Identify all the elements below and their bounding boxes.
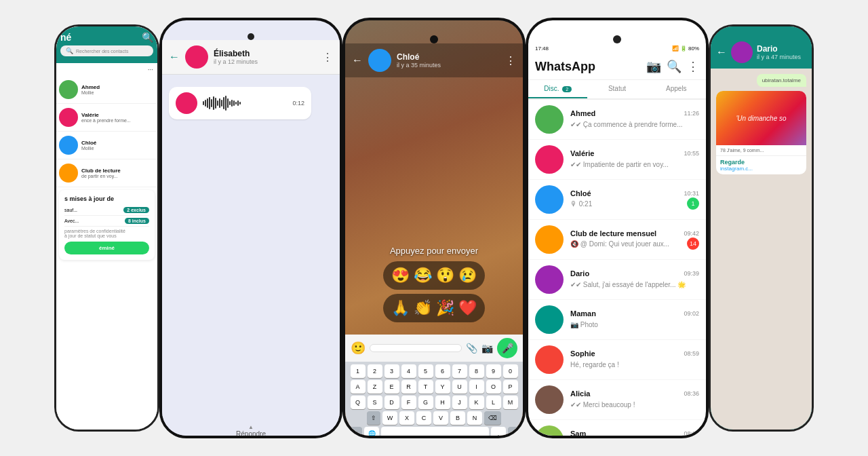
key-x[interactable]: X xyxy=(399,411,414,425)
backspace-key[interactable]: ⌫ xyxy=(484,411,501,425)
ig-caption: 'Un dimanche so xyxy=(733,112,789,125)
key-l[interactable]: L xyxy=(486,396,501,409)
emoji-joy[interactable]: 😂 xyxy=(414,267,432,284)
key-n[interactable]: N xyxy=(467,411,482,425)
key-i[interactable]: I xyxy=(469,380,484,394)
key-q[interactable]: Q xyxy=(351,396,366,409)
key-r[interactable]: R xyxy=(401,380,416,394)
key-a[interactable]: A xyxy=(351,380,366,394)
key-e[interactable]: E xyxy=(384,380,399,394)
key-5[interactable]: 5 xyxy=(418,364,433,378)
instagram-card[interactable]: 'Un dimanche so 78 J'aime, 9 comm... Reg… xyxy=(716,91,806,174)
search-icon[interactable]: 🔍 xyxy=(667,59,682,74)
arrow-up-icon: ▲ xyxy=(166,424,336,430)
space-key[interactable] xyxy=(381,427,489,438)
comma-key[interactable]: , xyxy=(491,427,506,438)
key-0[interactable]: 0 xyxy=(503,364,518,378)
enter-key[interactable]: ↵ xyxy=(508,427,521,438)
back-button[interactable]: ← xyxy=(169,51,180,63)
emoji-clap[interactable]: 👏 xyxy=(414,299,432,317)
emoji-heart[interactable]: ❤️ xyxy=(458,299,477,317)
list-item[interactable]: Club de lecture de partir en voy... xyxy=(56,159,157,187)
emoji-pray[interactable]: 🙏 xyxy=(391,299,410,317)
camera-icon[interactable]: 📷 xyxy=(646,59,661,74)
key-2[interactable]: 2 xyxy=(368,364,382,378)
key-s[interactable]: S xyxy=(368,396,382,409)
mic-button[interactable]: 🎤 xyxy=(497,338,517,358)
repondre-label[interactable]: Répondre xyxy=(236,430,266,438)
globe-key[interactable]: 🌐 xyxy=(364,427,379,438)
key-g[interactable]: G xyxy=(418,396,433,409)
key-4[interactable]: 4 xyxy=(401,364,416,378)
conversation-item[interactable]: Ahmed 11:26 ✔✔ Ça commence à prendre for… xyxy=(528,100,706,140)
key-v[interactable]: V xyxy=(433,411,448,425)
num-row: 1 2 3 4 5 6 7 8 9 0 xyxy=(347,364,521,378)
key-u[interactable]: U xyxy=(452,380,467,394)
key-z[interactable]: Z xyxy=(368,380,382,394)
key-7[interactable]: 7 xyxy=(452,364,467,378)
conversation-item[interactable]: Club de lecture mensuel 09:42 🔇 @ Domi: … xyxy=(528,220,706,260)
key-y[interactable]: Y xyxy=(435,380,450,394)
privacy-row[interactable]: Avec... 8 inclus xyxy=(64,216,149,227)
tab-disc[interactable]: Disc. 2 xyxy=(528,80,587,98)
paperclip-icon[interactable]: 📎 xyxy=(466,343,477,354)
emoji-reactions-bar-2[interactable]: 🙏 👏 🎉 ❤️ xyxy=(383,294,485,322)
emoji-reactions-bar[interactable]: 😍 😂 😲 😢 xyxy=(383,261,485,290)
more-icon[interactable]: ⋮ xyxy=(322,51,333,64)
key-o[interactable]: O xyxy=(486,380,501,394)
back-button[interactable]: ← xyxy=(352,54,363,66)
more-icon[interactable]: ⋮ xyxy=(505,54,516,67)
confirm-button[interactable]: éminé xyxy=(64,242,149,254)
key-t[interactable]: T xyxy=(418,380,433,394)
wave-bar xyxy=(233,100,235,106)
item-msg: Mollie xyxy=(81,146,155,151)
key-j[interactable]: J xyxy=(452,396,467,409)
key-b[interactable]: B xyxy=(450,411,465,425)
back-button[interactable]: ← xyxy=(716,46,727,58)
emoji-heart-eyes[interactable]: 😍 xyxy=(391,267,410,284)
emoji-sad[interactable]: 😢 xyxy=(458,267,477,284)
more-icon[interactable]: ⋮ xyxy=(687,59,699,74)
list-item[interactable]: Valérie ence à prendre forme... xyxy=(56,104,157,132)
phone1-menu[interactable]: ··· xyxy=(56,63,157,76)
key-1[interactable]: 1 xyxy=(351,364,366,378)
key-d[interactable]: D xyxy=(384,396,399,409)
emoji-icon[interactable]: 🙂 xyxy=(351,341,366,356)
keyboard[interactable]: 1 2 3 4 5 6 7 8 9 0 A Z E R T Y xyxy=(345,362,523,438)
key-8[interactable]: 8 xyxy=(469,364,484,378)
conversation-item[interactable]: Alicia 08:36 ✔✔ Merci beaucoup ! xyxy=(528,380,706,420)
key-w[interactable]: W xyxy=(382,411,397,425)
key-k[interactable]: K xyxy=(469,396,484,409)
key-9[interactable]: 9 xyxy=(486,364,501,378)
avatar xyxy=(59,108,78,127)
row-wxcvb: ⇧ W X C V B N ⌫ xyxy=(347,411,521,425)
message-input[interactable] xyxy=(370,344,462,352)
tab-statut[interactable]: Statut xyxy=(587,80,646,98)
conversation-item[interactable]: Sam 08:04 GIF xyxy=(528,420,706,438)
key-3[interactable]: 3 xyxy=(384,364,399,378)
key-m[interactable]: M xyxy=(503,396,518,409)
voice-message-bubble[interactable]: 0:12 xyxy=(169,87,311,119)
tab-appels[interactable]: Appels xyxy=(647,80,706,98)
phone1-search-bar[interactable]: 🔍 Rechercher des contacts xyxy=(60,45,153,56)
phone1-search-icon[interactable]: 🔍 xyxy=(142,32,153,43)
conversation-item[interactable]: Dario 09:39 ✔✔ Salut, j'ai essayé de l'a… xyxy=(528,260,706,300)
conversation-item[interactable]: Chloé 10:31 🎙 0:21 1 xyxy=(528,180,706,220)
key-6[interactable]: 6 xyxy=(435,364,450,378)
conversation-item[interactable]: Valérie 10:55 ✔✔ Impatiente de partir en… xyxy=(528,140,706,180)
conversation-item[interactable]: Sophie 08:59 Hé, regarde ça ! xyxy=(528,340,706,380)
conversation-item[interactable]: Maman 09:02 📷 Photo xyxy=(528,300,706,340)
camera-icon[interactable]: 📷 xyxy=(481,343,493,354)
list-item[interactable]: Ahmed Mollie xyxy=(56,76,157,104)
emoji-surprised[interactable]: 😲 xyxy=(436,267,454,284)
key-p[interactable]: P xyxy=(503,380,518,394)
key-c[interactable]: C xyxy=(416,411,431,425)
emoji-party[interactable]: 🎉 xyxy=(436,299,454,317)
privacy-row[interactable]: sauf... 2 exclus xyxy=(64,205,149,216)
contact-time: il y a 47 minutes xyxy=(757,54,801,60)
list-item[interactable]: Chloé Mollie xyxy=(56,132,157,159)
shift-key[interactable]: ⇧ xyxy=(367,411,380,425)
key-h[interactable]: H xyxy=(435,396,450,409)
key-f[interactable]: F xyxy=(401,396,416,409)
num-switch-key[interactable]: !#1 xyxy=(347,427,362,438)
